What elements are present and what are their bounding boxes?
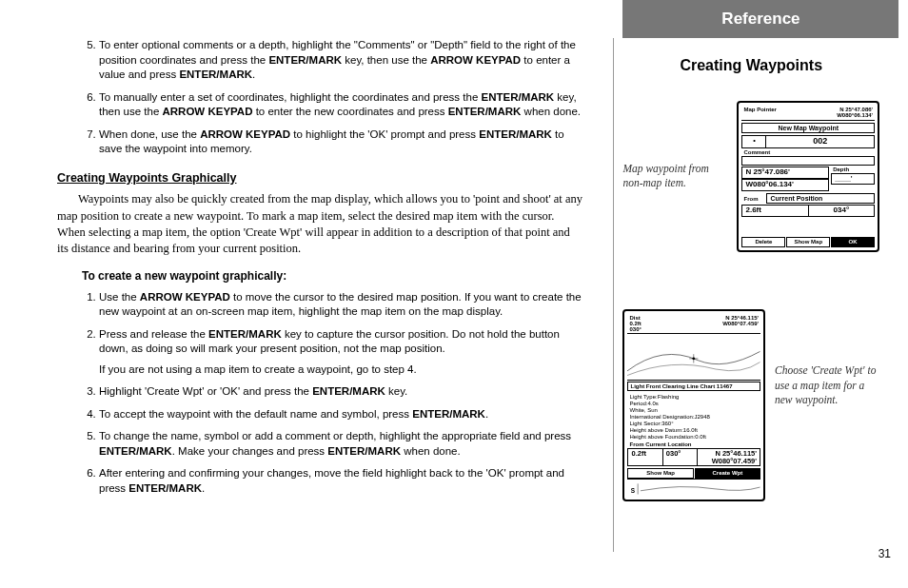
numbered-list-steps: Use the ARROW KEYPAD to move the cursor … [57,290,584,497]
dev1-from: From Current Position [741,193,875,206]
dev2-map [627,334,760,381]
page: To enter optional comments or a depth, h… [0,0,908,588]
device-screen-2: Dist 0.2ft 030° N 25°46.115' W080°07.459… [622,309,765,501]
device-screen-1: Map Pointer N 25°47.086' W080°06.134' Ne… [737,101,879,252]
figure-2-caption: Choose 'Create Wpt' to use a map item fo… [775,363,879,408]
list-item: To manually enter a set of coordinates, … [99,90,584,120]
list-item: When done, use the ARROW KEYPAD to highl… [99,127,584,157]
dev1-btn-ok: OK [831,237,875,247]
numbered-list-top: To enter optional comments or a depth, h… [57,38,584,157]
dev1-id: 002 [766,136,874,147]
list-item: Press and release the ENTER/MARK key to … [99,327,584,378]
dev1-top-left: Map Pointer [743,107,776,119]
dev1-buttons: Delete Show Map OK [741,237,875,247]
dev2-btn-showmap: Show Map [627,468,693,479]
body-paragraph: Waypoints may also be quickly created fr… [57,191,584,257]
list-item: Highlight 'Create Wpt' or 'OK' and press… [99,384,584,400]
dev1-title: New Map Waypoint [741,123,875,134]
list-item: To change the name, symbol or add a comm… [99,429,584,459]
figure-2: Dist 0.2ft 030° N 25°46.115' W080°07.459… [622,271,879,501]
reference-band: Reference [622,0,898,38]
dev2-bottom-strip: S [627,479,760,497]
dev2-top-right: N 25°46.115' W080°07.459' [722,315,759,332]
reference-subtitle: Creating Waypoints [622,55,879,76]
instruction-heading: To create a new waypoint graphically: [82,268,584,284]
figure-1: Map waypoint from non-map item. Map Poin… [622,101,879,252]
svg-text:S: S [631,486,636,493]
dev1-symbol: • [742,136,766,147]
list-item: To accept the waypoint with the default … [99,407,584,422]
dev1-top: Map Pointer N 25°47.086' W080°06.134' [741,106,875,121]
column-divider [613,38,614,552]
figure-1-caption: Map waypoint from non-map item. [622,162,727,191]
left-column: To enter optional comments or a depth, h… [57,38,603,559]
dev2-top: Dist 0.2ft 030° N 25°46.115' W080°07.459… [627,314,760,334]
page-number: 31 [878,546,891,561]
dev1-coord-depth: N 25°47.086' W080°06.134' Depth ____' [741,167,875,192]
dev2-from-row: 0.2ft 030° N 25°46.115' W080°07.459' [627,448,760,466]
dev1-id-row: • 002 [741,135,875,148]
dev1-comment-label: Comment [741,149,875,156]
list-item: Use the ARROW KEYPAD to move the cursor … [99,290,584,320]
dev2-info: Light Type:FlashingPeriod:4.0sWhite, Sun… [627,392,760,441]
right-column: Reference Creating Waypoints Map waypoin… [622,38,879,559]
dev1-top-right: N 25°47.086' W080°06.134' [837,107,873,119]
section-heading: Creating Waypoints Graphically [57,170,584,186]
dev1-comment-field [741,156,875,166]
list-item: After entering and confirming your chang… [99,466,584,496]
dev1-dist-brg: 2.6ft 034° [741,205,875,217]
dev2-chart-label: Light Front Clearing Line Chart 11467 [627,382,760,392]
dev2-top-left: Dist 0.2ft 030° [629,315,641,332]
list-item: To enter optional comments or a depth, h… [99,38,584,83]
dev1-btn-delete: Delete [741,237,785,247]
dev2-buttons: Show Map Create Wpt [627,468,760,479]
dev1-btn-showmap: Show Map [786,237,830,247]
dev2-btn-createwpt: Create Wpt [695,468,760,479]
